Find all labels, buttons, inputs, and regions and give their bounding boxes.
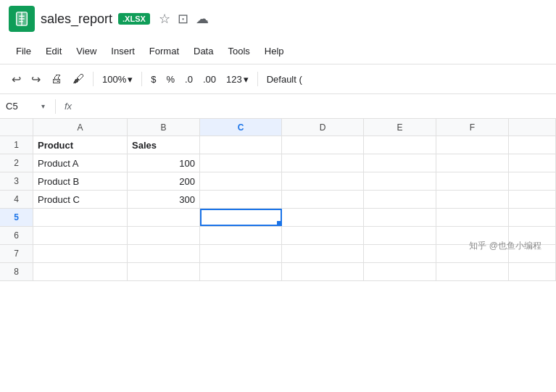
- cell-c1[interactable]: [200, 136, 282, 154]
- col-header-a[interactable]: A: [33, 119, 128, 135]
- cell-b8[interactable]: [128, 263, 200, 280]
- cell-a2[interactable]: Product A: [33, 154, 128, 172]
- menu-file[interactable]: File: [9, 43, 38, 59]
- cell-d8[interactable]: [282, 263, 364, 280]
- zoom-control[interactable]: 100% ▾: [99, 72, 136, 86]
- col-header-g[interactable]: [509, 119, 556, 135]
- table-row: 1 Product Sales: [0, 136, 556, 154]
- row-num-5: 5: [0, 209, 33, 226]
- cell-b3[interactable]: 200: [128, 172, 200, 190]
- toolbar-divider-2: [141, 72, 142, 86]
- formula-input[interactable]: [80, 101, 550, 112]
- cell-d2[interactable]: [282, 154, 364, 172]
- cell-f2[interactable]: [436, 154, 509, 172]
- star-icon[interactable]: ☆: [159, 11, 170, 27]
- cell-b7[interactable]: [128, 245, 200, 262]
- percent-btn[interactable]: %: [163, 72, 178, 86]
- cell-c5[interactable]: [200, 209, 282, 226]
- table-row: 3 Product B 200: [0, 172, 556, 191]
- cell-e1[interactable]: [364, 136, 436, 154]
- col-header-f[interactable]: F: [436, 119, 509, 135]
- decimal-up-btn[interactable]: .00: [200, 72, 219, 86]
- formula-bar: ▾ fx: [0, 94, 556, 119]
- cell-f4[interactable]: [436, 191, 509, 208]
- toolbar-divider-1: [93, 72, 94, 86]
- cell-d4[interactable]: [282, 191, 364, 208]
- decimal-down-btn[interactable]: .0: [182, 72, 196, 86]
- menu-edit[interactable]: Edit: [38, 43, 69, 59]
- cell-a7[interactable]: [33, 245, 128, 262]
- col-header-e[interactable]: E: [364, 119, 436, 135]
- cell-e8[interactable]: [364, 263, 436, 280]
- cell-b1[interactable]: Sales: [128, 136, 200, 154]
- row-num-header: [0, 119, 33, 135]
- menu-help[interactable]: Help: [257, 43, 291, 59]
- cell-a8[interactable]: [33, 263, 128, 280]
- cell-g4[interactable]: [509, 191, 556, 208]
- cell-a3[interactable]: Product B: [33, 172, 128, 190]
- cell-e3[interactable]: [364, 172, 436, 190]
- cell-c3[interactable]: [200, 172, 282, 190]
- menu-data[interactable]: Data: [186, 43, 220, 59]
- cell-d7[interactable]: [282, 245, 364, 262]
- cell-a5[interactable]: [33, 209, 128, 226]
- cell-d5[interactable]: [282, 209, 364, 226]
- cell-b6[interactable]: [128, 227, 200, 244]
- cell-e6[interactable]: [364, 227, 436, 244]
- formula-divider: [55, 99, 56, 114]
- cell-b4[interactable]: 300: [128, 191, 200, 208]
- cell-ref-arrow[interactable]: ▾: [41, 102, 45, 110]
- cell-b2[interactable]: 100: [128, 154, 200, 172]
- col-header-b[interactable]: B: [128, 119, 200, 135]
- title-bar: sales_report .XLSX ☆ ⊡ ☁: [0, 0, 556, 38]
- cell-g3[interactable]: [509, 172, 556, 190]
- file-name: sales_report: [41, 12, 112, 27]
- cell-f3[interactable]: [436, 172, 509, 190]
- column-header-row: A B C D E F: [0, 119, 556, 136]
- cloud-icon[interactable]: ☁: [196, 11, 209, 27]
- cell-d1[interactable]: [282, 136, 364, 154]
- cell-c7[interactable]: [200, 245, 282, 262]
- more-formats-dropdown[interactable]: 123 ▾: [223, 72, 252, 86]
- undo-icon[interactable]: ↩: [9, 70, 24, 89]
- spreadsheet: A B C D E F 1 Product Sales 2 Product A …: [0, 119, 556, 281]
- cell-f5[interactable]: [436, 209, 509, 226]
- menu-tools[interactable]: Tools: [220, 43, 257, 59]
- cell-a6[interactable]: [33, 227, 128, 244]
- cell-e4[interactable]: [364, 191, 436, 208]
- cell-c8[interactable]: [200, 263, 282, 280]
- cell-e2[interactable]: [364, 154, 436, 172]
- menu-format[interactable]: Format: [142, 43, 186, 59]
- watermark: 知乎 @也鱼小编程: [469, 240, 542, 252]
- col-header-c[interactable]: C: [200, 119, 282, 135]
- cell-e7[interactable]: [364, 245, 436, 262]
- cell-g8[interactable]: [509, 263, 556, 280]
- paint-format-icon[interactable]: 🖌: [70, 70, 87, 88]
- menu-view[interactable]: View: [69, 43, 104, 59]
- cell-g2[interactable]: [509, 154, 556, 172]
- cell-c6[interactable]: [200, 227, 282, 244]
- table-row: 8: [0, 263, 556, 281]
- row-num-1: 1: [0, 136, 33, 154]
- col-header-d[interactable]: D: [282, 119, 364, 135]
- cell-a1[interactable]: Product: [33, 136, 128, 154]
- cell-f1[interactable]: [436, 136, 509, 154]
- cell-d3[interactable]: [282, 172, 364, 190]
- redo-icon[interactable]: ↪: [28, 70, 43, 89]
- menu-insert[interactable]: Insert: [104, 43, 142, 59]
- cell-a4[interactable]: Product C: [33, 191, 128, 208]
- cell-f8[interactable]: [436, 263, 509, 280]
- cell-g5[interactable]: [509, 209, 556, 226]
- row-num-2: 2: [0, 154, 33, 172]
- cell-d6[interactable]: [282, 227, 364, 244]
- print-icon[interactable]: 🖨: [48, 70, 65, 88]
- cell-e5[interactable]: [364, 209, 436, 226]
- cell-g1[interactable]: [509, 136, 556, 154]
- currency-btn[interactable]: $: [148, 72, 159, 86]
- cell-b5[interactable]: [128, 209, 200, 226]
- folder-icon[interactable]: ⊡: [178, 11, 188, 27]
- fx-label: fx: [65, 101, 72, 112]
- cell-c2[interactable]: [200, 154, 282, 172]
- cell-c4[interactable]: [200, 191, 282, 208]
- cell-ref-input[interactable]: [6, 101, 38, 112]
